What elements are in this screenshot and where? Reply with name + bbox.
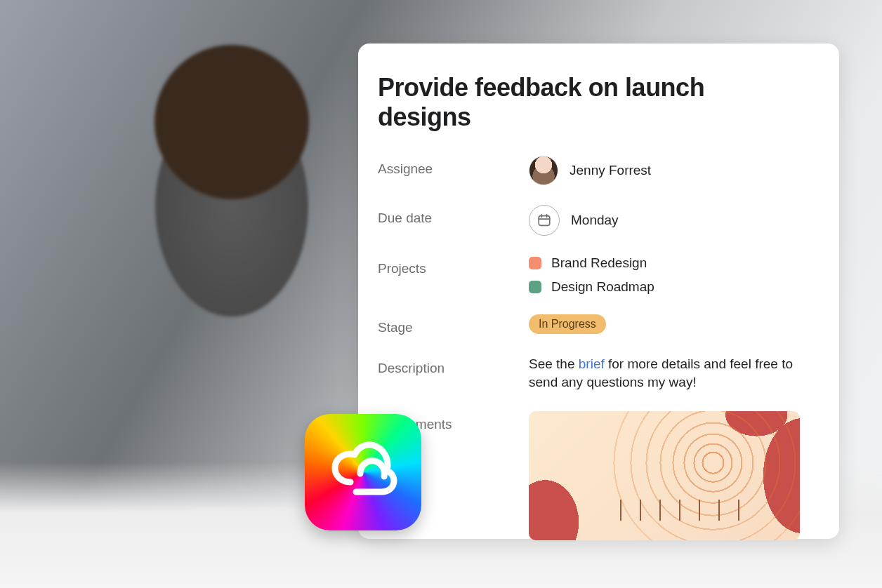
attachments-row: Attachments (378, 411, 804, 540)
calendar-icon (529, 205, 560, 236)
description-text[interactable]: See the brief for more details and feel … (529, 355, 804, 392)
description-pre: See the (529, 356, 579, 371)
project-tag-brand-redesign[interactable]: Brand Redesign (529, 255, 804, 271)
due-date-row: Due date Monday (378, 205, 804, 236)
task-detail-card: Provide feedback on launch designs Assig… (358, 44, 839, 539)
description-row: Description See the brief for more detai… (378, 355, 804, 392)
task-title[interactable]: Provide feedback on launch designs (378, 73, 804, 132)
avatar (529, 156, 558, 185)
stage-row: Stage In Progress (378, 314, 804, 335)
stage-label: Stage (378, 314, 529, 335)
project-dot (529, 257, 541, 269)
stage-pill: In Progress (529, 314, 606, 334)
due-date-value[interactable]: Monday (529, 205, 804, 236)
projects-value: Brand Redesign Design Roadmap (529, 255, 804, 295)
creative-cloud-icon (328, 437, 398, 507)
project-name: Design Roadmap (551, 279, 654, 295)
description-link-brief[interactable]: brief (579, 356, 605, 371)
assignee-row: Assignee Jenny Forrest (378, 156, 804, 185)
due-date-label: Due date (378, 205, 529, 226)
assignee-name: Jenny Forrest (570, 163, 651, 178)
attachments-value (529, 411, 804, 540)
due-date-text: Monday (571, 213, 619, 228)
svg-rect-0 (539, 216, 550, 226)
stage-value[interactable]: In Progress (529, 314, 804, 334)
attachment-thumbnail[interactable] (529, 411, 800, 540)
assignee-label: Assignee (378, 156, 529, 177)
description-label: Description (378, 355, 529, 376)
project-name: Brand Redesign (551, 255, 647, 271)
assignee-value[interactable]: Jenny Forrest (529, 156, 804, 185)
project-dot (529, 281, 541, 293)
projects-row: Projects Brand Redesign Design Roadmap (378, 255, 804, 295)
creative-cloud-logo (305, 414, 421, 530)
projects-label: Projects (378, 255, 529, 276)
project-tag-design-roadmap[interactable]: Design Roadmap (529, 279, 804, 295)
